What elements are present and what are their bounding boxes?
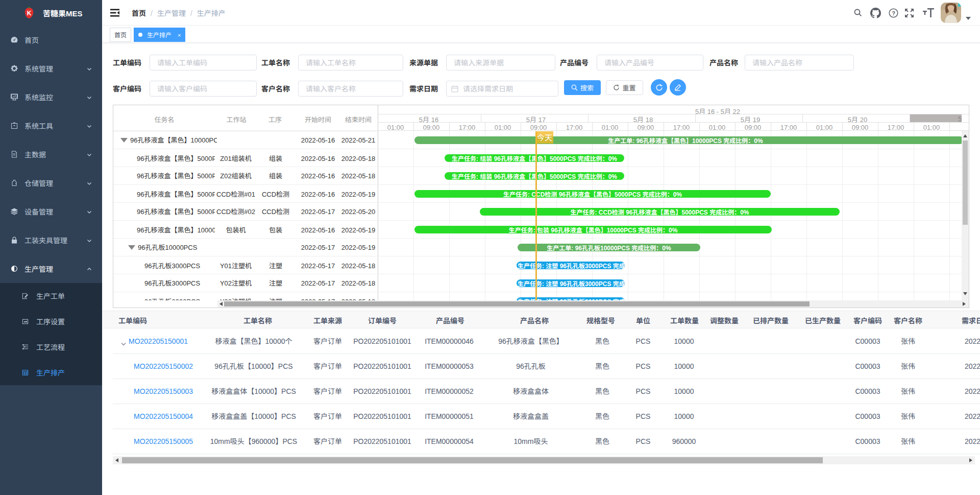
svg-text:K: K: [27, 8, 32, 17]
svg-text:?: ?: [892, 10, 895, 16]
